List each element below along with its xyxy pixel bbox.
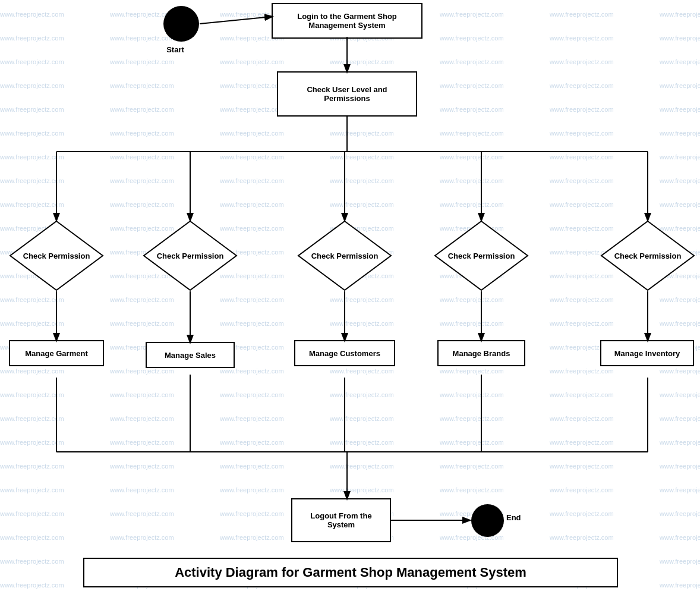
diamond-3: Check Permission bbox=[297, 220, 392, 291]
login-node: Login to the Garment Shop Management Sys… bbox=[272, 3, 422, 39]
diagram-container: www.freeprojectz.com bbox=[0, 0, 700, 591]
manage-customers-node: Manage Customers bbox=[294, 340, 395, 366]
diamond-5: Check Permission bbox=[600, 220, 695, 291]
check-user-level-node: Check User Level and Permissions bbox=[277, 71, 417, 117]
svg-line-23 bbox=[200, 17, 272, 24]
end-label: End bbox=[506, 513, 521, 522]
logout-node: Logout From the System bbox=[291, 498, 391, 542]
end-node bbox=[471, 504, 504, 537]
manage-garment-node: Manage Garment bbox=[9, 340, 104, 366]
diamond-2: Check Permission bbox=[143, 220, 238, 291]
start-label: Start bbox=[157, 45, 193, 54]
diamond-4: Check Permission bbox=[434, 220, 529, 291]
diagram-title: Activity Diagram for Garment Shop Manage… bbox=[83, 558, 618, 587]
diamond-1: Check Permission bbox=[9, 220, 104, 291]
manage-inventory-node: Manage Inventory bbox=[600, 340, 694, 366]
manage-brands-node: Manage Brands bbox=[437, 340, 525, 366]
start-node bbox=[163, 6, 199, 42]
manage-sales-node: Manage Sales bbox=[146, 342, 235, 368]
